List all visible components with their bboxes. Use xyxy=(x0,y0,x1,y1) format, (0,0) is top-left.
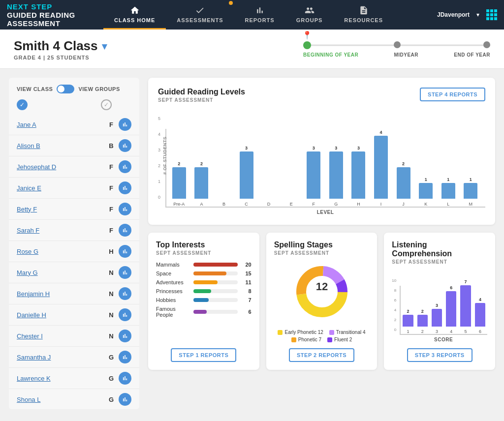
student-name[interactable]: Mary G xyxy=(17,269,104,276)
bar-value: 1 xyxy=(425,177,427,182)
student-chart-button[interactable] xyxy=(119,118,131,131)
student-row[interactable]: Samantha J G xyxy=(9,347,139,368)
student-name[interactable]: Sarah F xyxy=(17,227,104,234)
class-dropdown-chevron[interactable]: ▾ xyxy=(102,40,107,52)
student-chart-button[interactable] xyxy=(119,139,131,152)
bar-label: F xyxy=(313,202,315,207)
legend-label-phonetic: Phonetic 7 xyxy=(298,337,321,342)
view-toggle[interactable] xyxy=(57,85,74,93)
student-chart-button[interactable] xyxy=(119,308,131,321)
student-row[interactable]: Danielle H N xyxy=(9,304,139,326)
user-chevron[interactable]: ▾ xyxy=(476,11,479,18)
student-level: F xyxy=(104,227,119,234)
progress-dot-boy: 📍 xyxy=(303,41,311,49)
svg-text:12: 12 xyxy=(315,280,327,293)
student-row[interactable]: Jane A F xyxy=(9,114,139,135)
student-chart-button[interactable] xyxy=(119,224,131,237)
student-name[interactable]: Betty F xyxy=(17,206,104,213)
step4-reports-button[interactable]: STEP 4 REPORTS xyxy=(420,88,485,101)
student-row[interactable]: Alison B B xyxy=(9,135,139,156)
bottom-cards: Top Interests SEPT ASSESSMENT Mammals 20… xyxy=(148,233,495,370)
listen-bar-group: 2 1 xyxy=(403,309,413,334)
legend-label-fluent: Fluent 2 xyxy=(334,337,352,342)
student-name[interactable]: Chester I xyxy=(17,332,104,340)
class-grade: GRADE 4 | 25 STUDENTS xyxy=(14,55,107,60)
student-chart-button[interactable] xyxy=(119,160,131,173)
student-row[interactable]: Rose G H xyxy=(9,241,139,262)
student-chart-button[interactable] xyxy=(119,393,131,406)
listen-bar-value: 2 xyxy=(407,309,409,314)
legend-phonetic: Phonetic 7 xyxy=(291,337,321,342)
student-name[interactable]: Alison B xyxy=(17,142,104,150)
student-row[interactable]: Betty F F xyxy=(9,199,139,220)
student-name[interactable]: Samantha J xyxy=(17,354,104,361)
student-name[interactable]: Shona L xyxy=(17,396,104,403)
student-row[interactable]: Mary G N xyxy=(9,262,139,283)
student-row[interactable]: Sarah F F xyxy=(9,220,139,241)
student-row[interactable]: Shona L G xyxy=(9,389,139,409)
user-menu[interactable]: JDavenport xyxy=(437,11,470,18)
interest-value: 8 xyxy=(241,288,252,294)
bar-label: A xyxy=(200,202,203,207)
label-eoy: END OF YEAR xyxy=(454,52,490,58)
listen-bar-label: 1 xyxy=(407,329,409,334)
student-name[interactable]: Lawrence K xyxy=(17,375,104,382)
listening-comprehension-card: Listening Comprehension SEPT ASSESSMENT … xyxy=(384,233,495,370)
nav-item-class-home[interactable]: CLASS HOME xyxy=(103,0,166,30)
bar-value: 4 xyxy=(380,130,382,135)
interest-bar-fill xyxy=(193,271,226,275)
student-name[interactable]: Danielle H xyxy=(17,311,104,319)
nav-item-assessments[interactable]: ASSESSMENTS xyxy=(166,0,234,30)
student-level: B xyxy=(104,142,119,150)
student-chart-button[interactable] xyxy=(119,287,131,300)
donut-legend: Early Phonetic 12 Transitional 4 Phoneti… xyxy=(274,330,370,342)
bar-group: B xyxy=(215,198,233,207)
bar xyxy=(351,151,365,199)
student-chart-button[interactable] xyxy=(119,372,131,385)
student-chart-button[interactable] xyxy=(119,330,131,342)
nav-item-groups[interactable]: GROUPS xyxy=(285,0,334,30)
student-name[interactable]: Janice E xyxy=(17,184,104,192)
grid-menu-icon[interactable] xyxy=(486,9,497,20)
student-chart-button[interactable] xyxy=(119,203,131,215)
bar-group: 3 F xyxy=(305,146,322,207)
student-row[interactable]: Janice E F xyxy=(9,178,139,199)
check-all[interactable]: ✓ xyxy=(17,99,28,110)
student-name[interactable]: Rose G xyxy=(17,248,104,255)
listen-bar-value: 4 xyxy=(479,297,481,302)
year-progress: 📍 BEGINNING OF YEAR MIDYEAR END OF YEAR xyxy=(303,41,490,58)
student-name[interactable]: Benjamin H xyxy=(17,290,104,298)
nav-item-reports[interactable]: REPORTS xyxy=(234,0,285,30)
nav-item-resources[interactable]: RESOURCES xyxy=(333,0,394,30)
interest-row: Mammals 20 xyxy=(156,262,252,268)
bar xyxy=(464,183,477,199)
interest-bar-track xyxy=(193,289,238,293)
check-sort[interactable]: ✓ xyxy=(101,99,112,110)
student-name[interactable]: Jane A xyxy=(17,121,104,128)
student-row[interactable]: Lawrence K G xyxy=(9,368,139,389)
bar-group: 3 C xyxy=(238,146,255,207)
listening-btn-row: STEP 3 REPORTS xyxy=(392,342,487,362)
bar-label: C xyxy=(245,202,248,207)
student-chart-button[interactable] xyxy=(119,266,131,279)
interest-row: Princesses 8 xyxy=(156,288,252,294)
legend-fluent: Fluent 2 xyxy=(327,337,352,342)
bar-label: L xyxy=(447,202,449,207)
legend-dot-phonetic xyxy=(291,337,296,342)
student-chart-button[interactable] xyxy=(119,351,131,363)
student-row[interactable]: Jehosephat D F xyxy=(9,156,139,178)
student-row[interactable]: Benjamin H N xyxy=(9,283,139,304)
bar xyxy=(307,151,320,199)
student-level: N xyxy=(104,311,119,319)
step3-reports-button[interactable]: STEP 3 REPORTS xyxy=(407,348,472,362)
student-row[interactable]: Chester I N xyxy=(9,326,139,347)
step1-reports-button[interactable]: STEP 1 REPORTS xyxy=(171,348,236,362)
class-title-area: Smith 4 Class ▾ GRADE 4 | 25 STUDENTS xyxy=(14,38,107,60)
student-chart-button[interactable] xyxy=(119,245,131,258)
bar-chart-inner: # OF STUDENTS 2 Pre-A 2 A B 3 C D E 3 F … xyxy=(165,129,485,215)
student-chart-button[interactable] xyxy=(119,181,131,194)
step2-reports-button[interactable]: STEP 2 REPORTS xyxy=(289,348,354,362)
listen-y-10: 10 xyxy=(392,275,396,285)
student-name[interactable]: Jehosephat D xyxy=(17,163,104,171)
nav-label-reports: REPORTS xyxy=(245,17,274,23)
